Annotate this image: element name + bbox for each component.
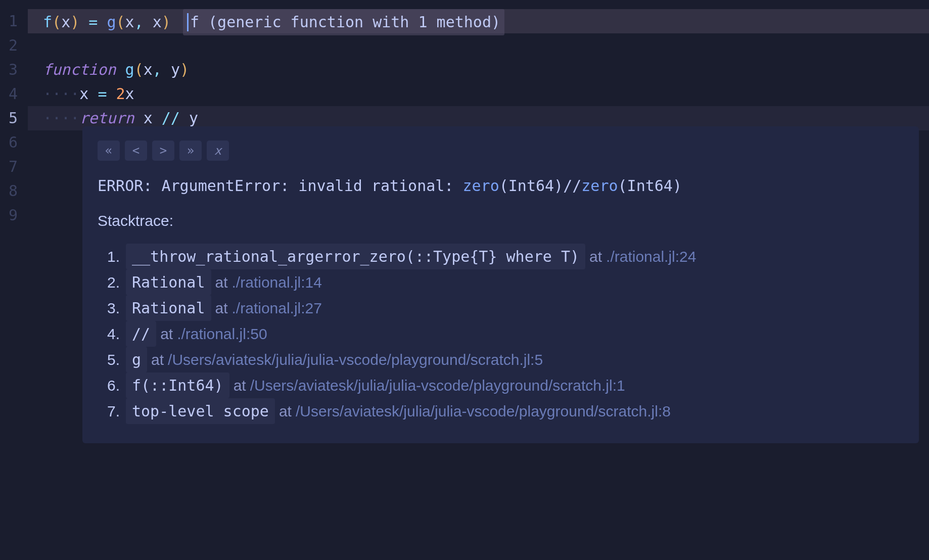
stack-frame: top-level scope at /Users/aviatesk/julia… xyxy=(98,398,904,424)
editor-root: 1 2 3 4 5 6 7 8 9 f(x) = g(x, x) f (gene… xyxy=(0,0,929,560)
token-operator: // xyxy=(162,109,180,127)
token-space xyxy=(98,13,107,31)
code-line-4[interactable]: ····x = 2x xyxy=(28,82,929,106)
stack-at: at xyxy=(279,399,292,423)
token-variable: x xyxy=(144,109,153,127)
token-paren: ) xyxy=(180,61,189,78)
token-operator: = xyxy=(98,85,107,103)
code-line-1[interactable]: f(x) = g(x, x) f (generic function with … xyxy=(28,9,929,33)
nav-last-button[interactable]: » xyxy=(179,141,202,161)
token-space xyxy=(79,13,88,31)
stack-at: at xyxy=(215,296,228,320)
token-space xyxy=(171,13,180,31)
stack-function: g xyxy=(126,347,147,372)
stack-location-link[interactable]: ./rational.jl:14 xyxy=(232,270,322,294)
code-area[interactable]: f(x) = g(x, x) f (generic function with … xyxy=(28,0,929,560)
token-space xyxy=(180,109,189,127)
stack-location-link[interactable]: /Users/aviatesk/julia/julia-vscode/playg… xyxy=(296,399,671,423)
token-space xyxy=(116,61,125,78)
line-number[interactable]: 6 xyxy=(0,130,28,155)
code-line-2[interactable] xyxy=(28,33,929,58)
token-paren: ) xyxy=(162,13,171,31)
nav-prev-button[interactable]: < xyxy=(125,141,147,161)
stack-function: Rational xyxy=(126,269,211,295)
line-number[interactable]: 1 xyxy=(0,9,28,33)
nav-next-button[interactable]: > xyxy=(152,141,174,161)
stack-frame: __throw_rational_argerror_zero(::Type{T}… xyxy=(98,244,904,269)
panel-nav: « < > » x xyxy=(98,141,904,161)
token-paren: ( xyxy=(52,13,61,31)
stack-at: at xyxy=(589,245,602,268)
token-number: 2 xyxy=(116,85,125,103)
stack-function: Rational xyxy=(126,295,211,321)
line-number[interactable]: 5 xyxy=(0,106,28,130)
indent-guide: ···· xyxy=(43,109,79,127)
error-message: ERROR: ArgumentError: invalid rational: … xyxy=(98,175,904,197)
inline-result[interactable]: f (generic function with 1 method) xyxy=(183,9,504,35)
stack-function: f(::Int64) xyxy=(126,372,229,398)
line-number[interactable]: 2 xyxy=(0,33,28,58)
stack-at: at xyxy=(234,374,246,397)
error-prefix: ERROR: ArgumentError: invalid rational: xyxy=(98,177,462,195)
token-variable: y xyxy=(171,61,180,78)
stack-frame: Rational at ./rational.jl:27 xyxy=(98,295,904,321)
token-space xyxy=(134,109,144,127)
code-line-3[interactable]: function g(x, y) xyxy=(28,58,929,82)
token-call: g xyxy=(107,13,116,31)
stack-frame: // at ./rational.jl:50 xyxy=(98,321,904,347)
stack-function: // xyxy=(126,321,156,347)
token-space xyxy=(162,61,171,78)
gutter: 1 2 3 4 5 6 7 8 9 xyxy=(0,0,28,560)
error-token: // xyxy=(563,177,581,195)
cursor-icon xyxy=(187,13,189,31)
stack-location-link[interactable]: /Users/aviatesk/julia/julia-vscode/playg… xyxy=(168,348,543,371)
error-token: (Int64) xyxy=(499,177,563,195)
stack-function: __throw_rational_argerror_zero(::Type{T}… xyxy=(126,244,585,269)
stack-at: at xyxy=(151,348,164,371)
token-function-name: g xyxy=(125,61,134,78)
line-number[interactable]: 3 xyxy=(0,58,28,82)
stack-frame: f(::Int64) at /Users/aviatesk/julia/juli… xyxy=(98,372,904,398)
token-variable: x xyxy=(79,85,88,103)
token-paren: ( xyxy=(116,13,125,31)
stack-frame: Rational at ./rational.jl:14 xyxy=(98,269,904,295)
token-variable: x xyxy=(61,13,70,31)
line-number[interactable]: 8 xyxy=(0,179,28,203)
stack-location-link[interactable]: /Users/aviatesk/julia/julia-vscode/playg… xyxy=(250,374,625,397)
nav-close-button[interactable]: x xyxy=(207,141,229,161)
nav-first-button[interactable]: « xyxy=(98,141,120,161)
token-paren: ) xyxy=(70,13,79,31)
token-operator: = xyxy=(88,13,98,31)
token-variable: x xyxy=(153,13,162,31)
token-comma: , xyxy=(153,61,162,78)
error-token: (Int64) xyxy=(618,177,682,195)
stack-frame: g at /Users/aviatesk/julia/julia-vscode/… xyxy=(98,347,904,372)
stacktrace-header: Stacktrace: xyxy=(98,212,904,229)
stack-at: at xyxy=(215,270,228,294)
line-number[interactable]: 9 xyxy=(0,203,28,227)
indent-guide: ···· xyxy=(43,85,79,103)
token-variable: x xyxy=(144,61,153,78)
token-variable: x xyxy=(125,13,134,31)
inline-result-text: f (generic function with 1 method) xyxy=(190,13,500,31)
token-function-name: f xyxy=(43,13,52,31)
token-paren: ( xyxy=(134,61,144,78)
error-panel: « < > » x ERROR: ArgumentError: invalid … xyxy=(82,126,919,443)
line-number[interactable]: 7 xyxy=(0,155,28,179)
token-space xyxy=(107,85,116,103)
token-variable: y xyxy=(189,109,198,127)
token-comma: , xyxy=(134,13,144,31)
token-keyword: function xyxy=(43,61,116,78)
token-variable: x xyxy=(125,85,134,103)
token-keyword: return xyxy=(79,109,134,127)
token-space xyxy=(153,109,162,127)
line-number[interactable]: 4 xyxy=(0,82,28,106)
stack-function: top-level scope xyxy=(126,398,275,424)
token-space xyxy=(144,13,153,31)
stack-location-link[interactable]: ./rational.jl:50 xyxy=(177,322,267,346)
stack-location-link[interactable]: ./rational.jl:27 xyxy=(232,296,322,320)
stack-location-link[interactable]: ./rational.jl:24 xyxy=(606,245,696,268)
stack-at: at xyxy=(160,322,173,346)
error-token: zero xyxy=(462,177,499,195)
token-space xyxy=(88,85,98,103)
